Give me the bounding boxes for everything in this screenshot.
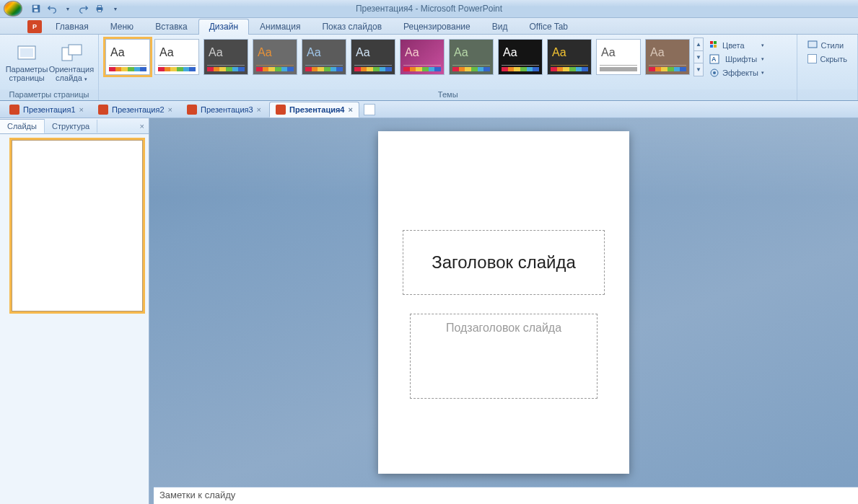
colors-icon <box>709 40 719 50</box>
theme-thumb-6[interactable]: Aa <box>400 39 445 75</box>
page-setup-button[interactable]: Параметры страницы <box>4 37 49 88</box>
svg-point-16 <box>713 71 716 74</box>
effects-button[interactable]: Эффекты▾ <box>706 66 767 79</box>
gallery-scrollbar: ▲ ▼ ▼ <box>693 37 704 76</box>
tab-slides[interactable]: Слайды <box>0 119 45 133</box>
fonts-button[interactable]: A Шрифты▾ <box>706 53 767 66</box>
save-icon[interactable] <box>29 1 43 16</box>
effects-icon <box>709 68 719 78</box>
office-logo-icon <box>4 1 22 17</box>
qat-dropdown-icon[interactable]: ▼ <box>108 1 123 16</box>
undo-dropdown-icon[interactable]: ▼ <box>61 1 75 16</box>
doc-tab-label: Презентация1 <box>23 105 76 114</box>
ribbon-tab-анимация[interactable]: Анимация <box>249 19 311 35</box>
ribbon-tab-рецензирование[interactable]: Рецензирование <box>393 19 481 35</box>
slide-orientation-button[interactable]: Ориентация слайда ▾ <box>49 37 94 88</box>
svg-rect-17 <box>808 41 817 48</box>
ribbon-tab-дизайн[interactable]: Дизайн <box>198 19 249 35</box>
undo-icon[interactable] <box>45 1 59 16</box>
svg-rect-9 <box>69 45 82 55</box>
print-icon[interactable] <box>92 1 107 16</box>
theme-aa-label: Aa <box>548 40 591 65</box>
close-tab-icon[interactable]: × <box>348 105 352 114</box>
theme-thumb-11[interactable]: Aa <box>645 39 690 75</box>
theme-thumb-4[interactable]: Aa <box>302 39 346 75</box>
svg-rect-7 <box>20 48 33 57</box>
gallery-more-icon[interactable]: ▼ <box>694 63 703 76</box>
new-tab-button[interactable] <box>364 104 375 115</box>
powerpoint-icon[interactable]: P <box>27 20 42 33</box>
slide-thumbnail-1[interactable] <box>12 140 143 311</box>
theme-thumb-2[interactable]: Aa <box>203 39 248 75</box>
theme-aa-label: Aa <box>106 40 149 65</box>
ribbon-tab-меню[interactable]: Меню <box>100 19 144 35</box>
slide-canvas[interactable]: Заголовок слайда Подзаголовок слайда <box>378 131 629 474</box>
doc-tab-1[interactable]: Презентация2× <box>92 102 179 118</box>
ribbon-tab-office tab[interactable]: Office Tab <box>518 19 579 35</box>
doc-tab-label: Презентация3 <box>201 105 253 114</box>
colors-button[interactable]: Цвета▾ <box>706 39 767 52</box>
gallery-up-icon[interactable]: ▲ <box>694 38 703 51</box>
doc-tab-label: Презентация2 <box>112 105 165 114</box>
theme-color-strip <box>158 67 196 71</box>
theme-thumb-0[interactable]: Aa <box>105 39 150 75</box>
main-area: Слайды Структура × Заголовок слайда Подз… <box>0 118 858 504</box>
theme-thumb-8[interactable]: Aa <box>498 39 543 75</box>
theme-color-strip <box>354 67 392 71</box>
office-button[interactable] <box>0 0 26 18</box>
svg-rect-10 <box>710 41 713 44</box>
notes-pane[interactable]: Заметки к слайду <box>154 487 858 504</box>
theme-aa-label: Aa <box>646 40 689 65</box>
svg-rect-2 <box>34 9 38 12</box>
background-styles-button[interactable]: Стили <box>805 39 850 52</box>
theme-aa-label: Aa <box>499 40 542 65</box>
close-tab-icon[interactable]: × <box>257 105 261 114</box>
theme-color-strip <box>403 67 441 71</box>
page-setup-group: Параметры страницы Ориентация слайда ▾ П… <box>0 35 99 100</box>
powerpoint-file-icon <box>9 105 19 115</box>
theme-aa-label: Aa <box>450 40 493 65</box>
hide-bg-checkbox[interactable]: Скрыть <box>805 53 850 65</box>
slide-editor: Заголовок слайда Подзаголовок слайда Зам… <box>149 118 858 504</box>
ribbon-tab-показ слайдов[interactable]: Показ слайдов <box>311 19 393 35</box>
ribbon-tab-главная[interactable]: Главная <box>45 19 100 35</box>
theme-thumb-9[interactable]: Aa <box>547 39 592 75</box>
theme-aa-label: Aa <box>253 40 297 65</box>
gallery-down-icon[interactable]: ▼ <box>694 51 703 64</box>
panel-close-icon[interactable]: × <box>136 122 149 131</box>
ribbon-tab-strip: ГлавнаяМенюВставкаДизайнАнимацияПоказ сл… <box>0 18 858 35</box>
ribbon-tab-вставка[interactable]: Вставка <box>144 19 198 35</box>
powerpoint-file-icon <box>98 105 108 115</box>
theme-thumb-7[interactable]: Aa <box>449 39 494 75</box>
theme-gallery: AaAaAaAaAaAaAaAaAaAaAaAa <box>103 37 692 76</box>
theme-thumb-1[interactable]: Aa <box>154 39 199 75</box>
group-label-page-setup: Параметры страницы <box>0 89 98 100</box>
svg-rect-5 <box>97 10 101 12</box>
theme-color-strip <box>305 67 343 71</box>
theme-aa-label: Aa <box>204 40 248 65</box>
doc-tab-3[interactable]: Презентация4× <box>269 102 359 118</box>
close-tab-icon[interactable]: × <box>79 105 84 114</box>
theme-color-strip <box>452 67 490 71</box>
title-placeholder[interactable]: Заголовок слайда <box>403 230 605 295</box>
tab-outline[interactable]: Структура <box>45 120 97 133</box>
subtitle-placeholder[interactable]: Подзаголовок слайда <box>410 314 597 399</box>
powerpoint-file-icon <box>187 105 197 115</box>
theme-color-strip <box>256 67 294 71</box>
theme-thumb-5[interactable]: Aa <box>351 39 395 75</box>
bg-styles-icon <box>807 40 818 50</box>
document-tab-strip: Презентация1×Презентация2×Презентация3×П… <box>0 101 858 118</box>
canvas-area[interactable]: Заголовок слайда Подзаголовок слайда <box>149 118 858 487</box>
close-tab-icon[interactable]: × <box>168 105 172 114</box>
theme-color-strip <box>207 67 245 71</box>
svg-rect-11 <box>714 41 717 44</box>
ribbon-tab-вид[interactable]: Вид <box>481 19 519 35</box>
theme-thumb-10[interactable]: Aa <box>596 39 641 75</box>
redo-icon[interactable] <box>76 1 91 16</box>
theme-options: Цвета▾ A Шрифты▾ Эффекты▾ <box>704 37 770 81</box>
doc-tab-0[interactable]: Презентация1× <box>3 102 90 118</box>
doc-tab-2[interactable]: Презентация3× <box>180 102 268 118</box>
theme-aa-label: Aa <box>155 40 198 65</box>
theme-thumb-3[interactable]: Aa <box>253 39 297 75</box>
theme-aa-label: Aa <box>400 40 444 65</box>
